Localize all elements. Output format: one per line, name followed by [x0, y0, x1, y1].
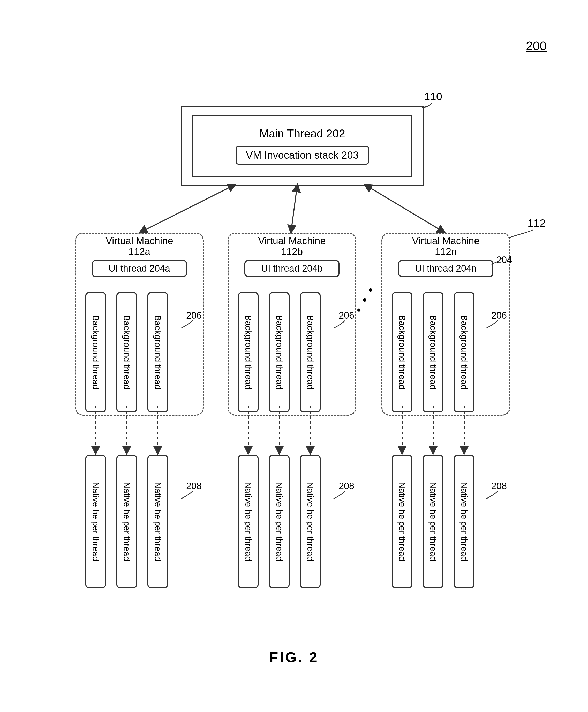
- ref-label-206-a: 206: [186, 310, 202, 321]
- bg-thread: Background thread: [392, 292, 413, 412]
- main-thread-inner: Main Thread 202 VM Invocation stack 203: [192, 115, 412, 177]
- bg-thread: Background thread: [300, 292, 321, 412]
- ref-label-204: 204: [497, 255, 512, 265]
- ref-label-110: 110: [424, 90, 442, 103]
- vm-invocation-stack: VM Invocation stack 203: [235, 146, 369, 165]
- ref-label-206-b: 206: [339, 310, 354, 321]
- bg-thread: Background thread: [269, 292, 290, 412]
- ref-label-208-b: 208: [339, 481, 354, 492]
- bg-thread: Background thread: [85, 292, 106, 412]
- vm-b-ui-thread: UI thread 204b: [244, 260, 339, 277]
- vm-a-title: Virtual Machine 112a: [76, 236, 203, 257]
- bg-thread: Background thread: [147, 292, 168, 412]
- svg-line-0: [140, 185, 235, 233]
- ref-label-208-a: 208: [186, 481, 202, 492]
- native-helper-thread: Native helper thread: [147, 455, 168, 588]
- main-thread-box: Main Thread 202 VM Invocation stack 203: [181, 106, 423, 186]
- vm-b-title: Virtual Machine 112b: [229, 236, 355, 257]
- vm-b-title2: 112b: [281, 246, 303, 257]
- vm-b-title1: Virtual Machine: [258, 235, 326, 246]
- native-helper-thread: Native helper thread: [269, 455, 290, 588]
- native-helper-thread: Native helper thread: [238, 455, 258, 588]
- vm-a-bg-row: Background thread Background thread Back…: [85, 292, 168, 412]
- native-helper-thread: Native helper thread: [392, 455, 413, 588]
- vm-n-title1: Virtual Machine: [412, 235, 479, 246]
- vm-n-title2: 112n: [435, 246, 457, 257]
- vm-n-nh-row: Native helper thread Native helper threa…: [392, 455, 475, 588]
- native-helper-thread: Native helper thread: [117, 455, 137, 588]
- native-helper-thread: Native helper thread: [423, 455, 443, 588]
- vm-b-nh-row: Native helper thread Native helper threa…: [238, 455, 321, 588]
- vm-b-bg-row: Background thread Background thread Back…: [238, 292, 321, 412]
- ref-label-208-n: 208: [491, 481, 507, 492]
- native-helper-thread: Native helper thread: [300, 455, 321, 588]
- bg-thread: Background thread: [238, 292, 258, 412]
- ref-label-206-n: 206: [491, 310, 507, 321]
- vm-a-title2: 112a: [128, 246, 150, 257]
- vm-n-ui-thread: UI thread 204n: [398, 260, 493, 277]
- bg-thread: Background thread: [117, 292, 137, 412]
- diagram-page: 200 110 112 Main Thread 202 VM Invocatio…: [0, 0, 588, 712]
- bg-thread: Background thread: [423, 292, 443, 412]
- svg-line-2: [364, 185, 445, 233]
- svg-line-1: [291, 185, 297, 233]
- figure-number: 200: [526, 39, 547, 53]
- vm-a-nh-row: Native helper thread Native helper threa…: [85, 455, 168, 588]
- native-helper-thread: Native helper thread: [85, 455, 106, 588]
- ref-label-112: 112: [527, 217, 546, 230]
- vm-a-title1: Virtual Machine: [105, 235, 173, 246]
- figure-caption: FIG. 2: [0, 649, 588, 666]
- vm-n-bg-row: Background thread Background thread Back…: [392, 292, 475, 412]
- bg-thread: Background thread: [454, 292, 475, 412]
- vm-a-ui-thread: UI thread 204a: [92, 260, 187, 277]
- vm-n-title: Virtual Machine 112n: [382, 236, 509, 257]
- native-helper-thread: Native helper thread: [454, 455, 475, 588]
- main-thread-title: Main Thread 202: [259, 127, 345, 140]
